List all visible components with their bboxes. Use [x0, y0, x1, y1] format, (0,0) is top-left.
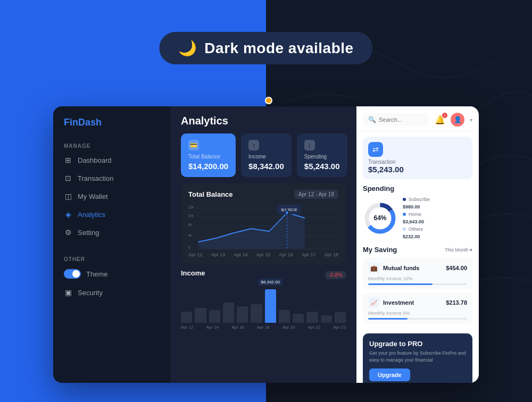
- stat-spending: ↓ Spending $5,243.00: [297, 133, 347, 177]
- logo-fin: Fin: [64, 117, 78, 128]
- moon-icon: 🌙: [178, 39, 197, 57]
- sidebar-item-label: Transaction: [78, 174, 113, 182]
- line-chart: 0 4k 8k 10k 12k $1: [188, 202, 338, 250]
- left-sidebar: FinDash MANAGE ⊞ Dashboard ⊡ Transaction…: [53, 106, 170, 383]
- analytics-title: Analytics: [170, 106, 356, 133]
- manage-label: MANAGE: [53, 139, 170, 151]
- income-x-label: Apr 20: [282, 325, 295, 330]
- trans-label: Transaction: [368, 159, 467, 165]
- investment-progress: [368, 318, 467, 320]
- notif-badge: 1: [442, 113, 447, 118]
- upgrade-card: Upgrade to PRO Get your pro feature by S…: [363, 333, 472, 383]
- svg-text:10k: 10k: [188, 213, 194, 217]
- security-icon: ▣: [64, 288, 72, 297]
- income-x-label: Apr 23: [333, 325, 346, 330]
- legend-home: Home: [403, 212, 430, 217]
- stat-income: ↑ Income $8,342.00: [241, 133, 292, 177]
- saving-filter[interactable]: This Month ▾: [445, 247, 472, 253]
- bar: [279, 310, 290, 323]
- search-box[interactable]: 🔍: [363, 113, 429, 126]
- investment-name: Investment: [383, 299, 414, 306]
- income-icon: ↑: [248, 140, 259, 150]
- legend-label: Subscribe: [409, 197, 430, 202]
- bar: [321, 315, 332, 323]
- svg-text:12k: 12k: [188, 205, 194, 209]
- spending-icon: ↓: [304, 140, 315, 150]
- sidebar-item-dashboard[interactable]: ⊞ Dashboard: [53, 151, 170, 169]
- income-x-label: Apr 12: [181, 325, 194, 330]
- notification-icon[interactable]: 🔔 1: [435, 115, 445, 125]
- stat-label: Income: [248, 154, 284, 160]
- saving-section: My Saving This Month ▾ 💼 Mutual funds $4…: [356, 244, 479, 331]
- spending-legend: Subscribe $980.00 Home $3,643.00 Other: [403, 197, 430, 239]
- bar: [223, 303, 234, 323]
- income-badge: -0.8%: [326, 271, 346, 279]
- main-content: Analytics 💳 Total Balance $14,200.00 ↑ I…: [170, 106, 356, 383]
- legend-value: $980.00: [403, 204, 430, 210]
- theme-toggle[interactable]: [64, 269, 81, 279]
- sidebar-item-label: My Wallet: [78, 192, 108, 200]
- sidebar-item-label: Analytics: [78, 211, 105, 219]
- spending-section: Spending 64%: [356, 185, 479, 244]
- legend-label: Home: [409, 212, 421, 217]
- saving-item-mutual: 💼 Mutual funds $454.00 Monthly income 10…: [363, 258, 472, 289]
- logo: FinDash: [53, 117, 170, 139]
- sidebar-item-security[interactable]: ▣ Security: [53, 283, 170, 302]
- investment-value: $213.78: [446, 299, 467, 306]
- dark-mode-badge: 🌙 Dark mode available: [159, 32, 372, 64]
- investment-sub: Monthly income 5%: [368, 311, 467, 316]
- svg-text:$14,200.00: $14,200.00: [281, 207, 297, 212]
- investment-fill: [368, 318, 408, 320]
- sidebar-item-setting[interactable]: ⚙ Setting: [53, 223, 170, 241]
- svg-point-13: [286, 211, 289, 215]
- sidebar-item-label: Setting: [78, 229, 99, 237]
- income-x-label: Apr 18: [257, 325, 270, 330]
- bar: [306, 312, 318, 323]
- svg-marker-10: [198, 213, 305, 249]
- chart-x-labels: Apr 12 Apr 13 Apr 14 Apr 15 Apr 16 Apr 1…: [188, 250, 338, 257]
- bar-tooltip: $8,342.00: [258, 279, 282, 286]
- svg-text:4k: 4k: [188, 233, 192, 237]
- income-title: Income: [181, 269, 205, 277]
- legend-subscribe: Subscribe: [403, 197, 430, 202]
- upgrade-button[interactable]: Upgrade: [369, 368, 410, 381]
- legend-others: Others: [403, 227, 430, 232]
- saving-item-investment: 📈 Investment $213.78 Monthly income 5%: [363, 292, 472, 324]
- chart-filter[interactable]: Apr 12 - Apr 18: [294, 190, 338, 199]
- bar: [251, 304, 262, 323]
- bar: [237, 306, 248, 323]
- legend-amount: $980.00: [403, 204, 420, 210]
- stat-total-balance: 💳 Total Balance $14,200.00: [181, 133, 236, 177]
- transaction-icon: ⊡: [64, 174, 72, 182]
- legend-dot: [403, 228, 406, 231]
- mutual-progress: [368, 283, 467, 285]
- stat-value: $8,342.00: [248, 162, 284, 171]
- bar: [181, 312, 192, 323]
- legend-dot: [403, 213, 406, 216]
- bar-highlight: $8,342.00: [265, 289, 276, 323]
- investment-icon: 📈: [368, 297, 380, 308]
- income-x-label: Apr 16: [231, 325, 244, 330]
- mutual-name: Mutual funds: [383, 265, 419, 271]
- sidebar-item-analytics[interactable]: ◈ Analytics: [53, 205, 170, 223]
- search-input[interactable]: [379, 116, 424, 123]
- sidebar-item-transaction[interactable]: ⊡ Transaction: [53, 169, 170, 187]
- sidebar-item-label: Dashboard: [78, 156, 112, 164]
- legend-value: $232.00: [403, 234, 430, 239]
- theme-toggle-row: Theme: [53, 264, 170, 283]
- avatar[interactable]: 👤: [451, 113, 464, 127]
- avatar-chevron[interactable]: ▾: [470, 117, 472, 123]
- stats-row: 💳 Total Balance $14,200.00 ↑ Income $8,3…: [170, 133, 356, 183]
- stat-value: $5,243.00: [304, 162, 340, 171]
- mutual-sub: Monthly income 10%: [368, 276, 467, 281]
- spending-title: Spending: [363, 185, 472, 192]
- yellow-dot: [265, 97, 272, 104]
- right-header: 🔍 🔔 1 👤 ▾: [356, 106, 479, 131]
- wallet-icon: ◫: [64, 192, 72, 200]
- legend-dot: [403, 198, 406, 201]
- bar: [195, 308, 206, 323]
- sidebar-item-wallet[interactable]: ◫ My Wallet: [53, 187, 170, 205]
- donut-percent: 64%: [373, 214, 386, 222]
- sidebar-item-label: Security: [78, 289, 103, 297]
- upgrade-title: Upgrade to PRO: [369, 340, 466, 348]
